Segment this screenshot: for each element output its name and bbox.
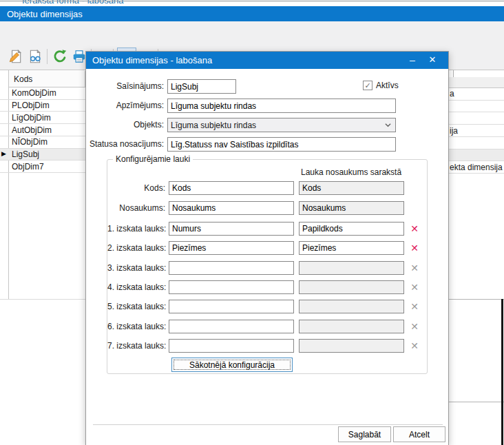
remove-icon[interactable]: ✕ (409, 242, 420, 253)
close-button[interactable]: ✕ (425, 52, 440, 68)
izskata-lauks-5-input[interactable] (169, 300, 294, 313)
saisinajums-input[interactable] (167, 79, 236, 94)
grid-row[interactable]: AutObjDim (0, 124, 85, 136)
grid-right: a ija ekta dimensija (449, 70, 504, 445)
izskata-lauks-4-input[interactable] (169, 280, 294, 294)
field-label: 6. izskata lauks: (107, 322, 165, 331)
grid-row[interactable]: ekta dimensija (449, 161, 504, 174)
grid-rows: KomObjDim PLObjDim LīgObjDim AutObjDim N… (0, 87, 85, 173)
remove-icon-disabled: ✕ (409, 282, 420, 293)
konfigurejamie-lauki-group: Konfigurējamie lauki Lauka nosaukums sar… (107, 159, 428, 374)
grid-row[interactable]: ObjDim7 (0, 161, 85, 173)
grid-row[interactable] (449, 137, 504, 149)
statusa-label: Statusa nosacījums: (86, 139, 164, 149)
apzimejums-label: Apzīmējums: (86, 101, 164, 110)
edit-document-icon[interactable] (8, 49, 23, 64)
minimize-button[interactable]: – (405, 52, 420, 68)
objekts-select[interactable]: Līguma subjektu rindas (167, 118, 396, 132)
izskata-lauks-6-list-input[interactable] (299, 320, 404, 333)
izskata-lauks-1-input[interactable] (169, 222, 294, 236)
print-icon[interactable] (72, 49, 87, 64)
kods-input[interactable] (169, 181, 294, 195)
grid-left: Kods KomObjDim PLObjDim LīgObjDim AutObj… (0, 70, 85, 299)
apzimejums-input[interactable] (167, 99, 396, 113)
default-config-button[interactable]: Sākotnējā konfigurācija (171, 358, 293, 372)
behind-window-border (0, 1, 504, 1)
izskata-lauks-7-list-input[interactable] (299, 339, 404, 353)
remove-icon[interactable]: ✕ (409, 223, 420, 234)
izskata-lauks-2-input[interactable] (169, 241, 294, 255)
grid-row[interactable]: NĪObjDim (0, 136, 85, 149)
grid-row[interactable]: ija (449, 125, 504, 137)
remove-icon-disabled: ✕ (409, 340, 420, 351)
aktivs-checkbox-wrap: ✓ Aktīvs (363, 81, 399, 90)
chevron-down-icon (385, 123, 391, 127)
field-label: 4. izskata lauks: (107, 282, 165, 292)
field-label: 5. izskata lauks: (107, 302, 165, 311)
grid-row-selected[interactable]: ▶ LigSubj (0, 149, 85, 161)
field-label: Nosaukums: (107, 203, 165, 213)
main-window-titlebar: Objektu dimensijas (0, 6, 504, 21)
izskata-lauks-6-input[interactable] (169, 320, 294, 333)
grid-row[interactable]: KomObjDim (0, 87, 85, 100)
field-label: 2. izskata lauks: (107, 243, 165, 253)
nosaukums-list-input[interactable] (299, 201, 404, 215)
preview-document-icon[interactable] (28, 49, 43, 64)
window-footer-border (449, 402, 504, 402)
dialog-objektu-dimensijas-labosana: Objektu dimensijas - labošana – ✕ Saīsin… (85, 51, 449, 445)
behind-window-edge (501, 299, 503, 445)
grid-row[interactable]: LīgObjDim (0, 112, 85, 124)
grid-row[interactable] (449, 101, 504, 113)
footer-divider (93, 424, 443, 425)
cancel-button[interactable]: Atcelt (393, 426, 445, 442)
remove-icon-disabled: ✕ (409, 262, 420, 273)
field-label: 7. izskata lauks: (107, 341, 165, 351)
izskata-lauks-4-list-input[interactable] (299, 280, 404, 294)
kods-list-input[interactable] (299, 181, 404, 195)
row-selector-icon: ▶ (1, 150, 6, 157)
grid-bottom-border (0, 299, 85, 300)
grid-row-selected[interactable] (449, 149, 504, 162)
grid-bottom-border (449, 299, 504, 300)
izskata-lauks-1-list-input[interactable] (299, 222, 404, 236)
screen: Ieraksta forma - labošana Objektu dimens… (0, 0, 504, 445)
izskata-lauks-7-input[interactable] (169, 339, 294, 353)
izskata-lauks-3-list-input[interactable] (299, 261, 404, 275)
grid-column-header-kods[interactable]: Kods (9, 71, 85, 87)
field-label: Kods: (107, 183, 165, 193)
grid-row[interactable] (449, 112, 504, 125)
dialog-titlebar: Objektu dimensijas - labošana (86, 52, 448, 69)
aktivs-label: Aktīvs (376, 81, 399, 90)
refresh-icon[interactable] (52, 49, 67, 64)
group-legend: Konfigurējamie lauki (113, 154, 193, 164)
list-name-column-header: Lauka nosaukums sarakstā (301, 167, 401, 177)
objekts-label: Objekts: (86, 120, 164, 130)
aktivs-checkbox[interactable]: ✓ (363, 81, 372, 90)
grid-row[interactable]: PLObjDim (0, 100, 85, 112)
main-window-title: Objektu dimensijas (7, 9, 83, 19)
dialog-title: Objektu dimensijas - labošana (92, 55, 212, 65)
saisinajums-label: Saīsinājums: (86, 81, 164, 91)
grid-column-header-partial (449, 77, 504, 88)
field-label: 3. izskata lauks: (107, 263, 165, 273)
remove-icon-disabled: ✕ (409, 301, 420, 312)
grid-rows-partial: a ija ekta dimensija (449, 88, 504, 174)
izskata-lauks-2-list-input[interactable] (299, 241, 404, 255)
objekts-value: Līguma subjektu rindas (171, 121, 256, 130)
statusa-input[interactable] (167, 137, 396, 152)
nosaukums-input[interactable] (169, 201, 294, 215)
grid-row[interactable]: a (449, 88, 504, 101)
grid-gridline (453, 70, 454, 77)
izskata-lauks-3-input[interactable] (169, 261, 294, 275)
toolbar-separator (47, 49, 48, 64)
field-label: 1. izskata lauks: (107, 224, 165, 234)
remove-icon-disabled: ✕ (409, 321, 420, 332)
izskata-lauks-5-list-input[interactable] (299, 300, 404, 313)
save-button[interactable]: Saglabāt (338, 426, 391, 442)
